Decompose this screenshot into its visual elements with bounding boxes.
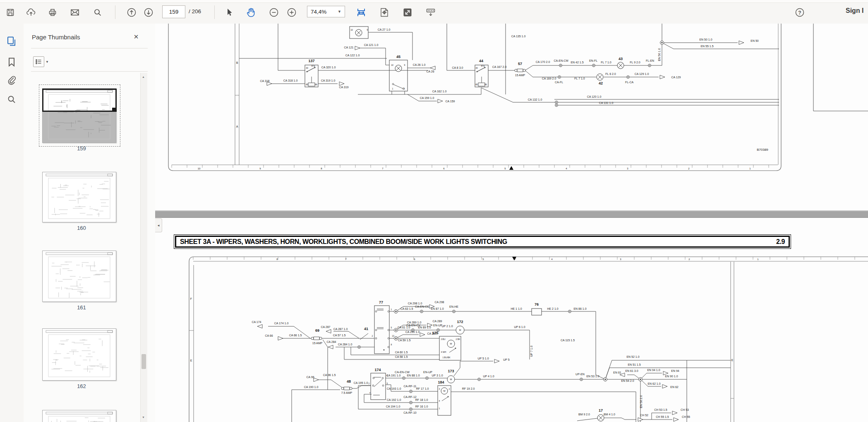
svg-text:69: 69	[315, 328, 319, 333]
scroll-up-arrow[interactable]: ▲	[142, 75, 145, 78]
page-viewport-indicator[interactable]	[42, 89, 117, 112]
svg-text:EN 56 1.0: EN 56 1.0	[658, 48, 661, 61]
svg-text:CA 8 3.0: CA 8 3.0	[452, 66, 463, 69]
attachments-pane-icon[interactable]	[5, 74, 18, 87]
thumbnail-page-image[interactable]	[42, 328, 116, 381]
thumbnail-page-partial[interactable]	[24, 410, 139, 422]
scrollbar-thumb[interactable]	[141, 354, 146, 369]
svg-text:57: 57	[518, 62, 522, 66]
svg-text:76: 76	[535, 302, 539, 306]
svg-text:5: 5	[404, 87, 405, 90]
fit-page-button[interactable]	[377, 6, 391, 19]
svg-text:RF 19 2.0: RF 19 2.0	[462, 387, 475, 390]
next-page-button[interactable]	[141, 6, 156, 19]
svg-text:FL-CA: FL-CA	[625, 81, 634, 84]
previous-page-button[interactable]	[125, 6, 139, 19]
svg-text:15 AMP: 15 AMP	[515, 74, 525, 77]
close-panel-button[interactable]: ✕	[131, 32, 141, 42]
thumbnail-page-image[interactable]	[42, 172, 116, 222]
collapse-panel-button[interactable]: ◂	[155, 218, 162, 232]
thumbnail-page-number[interactable]: 160	[24, 225, 139, 231]
svg-text:CA 192 1.0: CA 192 1.0	[387, 398, 401, 401]
svg-text:CA 159: CA 159	[446, 100, 455, 103]
zoom-level-dropdown[interactable]: 74,4%▼	[307, 6, 345, 17]
scroll-down-arrow[interactable]: ▼	[142, 416, 145, 419]
svg-text:BM 4 1.0: BM 4 1.0	[604, 413, 615, 416]
svg-text:CA 320 1.0: CA 320 1.0	[321, 66, 336, 69]
svg-text:CA 60 1.5: CA 60 1.5	[395, 351, 408, 354]
wiring-diagram: 109876543211374544574342CA 27 1.0CA 121C…	[155, 24, 868, 422]
upload-cloud-button[interactable]	[24, 6, 38, 19]
help-button[interactable]: ?	[793, 6, 807, 19]
fullscreen-button[interactable]	[400, 6, 415, 19]
svg-text:EN 42 1.5: EN 42 1.5	[571, 61, 583, 64]
svg-text:CA-RF-12: CA-RF-12	[403, 395, 417, 398]
thumbnail-page-image[interactable]	[42, 88, 116, 143]
panel-scrollbar[interactable]: ▲ ▼	[140, 73, 147, 422]
svg-text:137: 137	[308, 59, 314, 63]
svg-text:CA 26: CA 26	[426, 70, 434, 73]
svg-text:CH 53: CH 53	[681, 408, 689, 411]
thumbnail-page-number[interactable]: 162	[24, 383, 139, 389]
svg-text:RF 18 1.0: RF 18 1.0	[415, 398, 428, 401]
email-button[interactable]	[68, 6, 82, 19]
document-canvas[interactable]: 109876543211374544574342CA 27 1.0CA 121C…	[155, 24, 868, 422]
svg-text:HE 1 1.0: HE 1 1.0	[511, 307, 522, 310]
divider	[31, 48, 148, 48]
svg-text:UP-EN: UP-EN	[575, 373, 585, 376]
sign-in-button[interactable]: Sign I	[846, 7, 864, 14]
svg-text:EN 61 3.0: EN 61 3.0	[625, 369, 638, 372]
svg-text:RF 16 1.0: RF 16 1.0	[415, 405, 428, 408]
thumbnail-page-159[interactable]: 159	[24, 88, 139, 159]
svg-text:CA 135 1.0: CA 135 1.0	[511, 35, 526, 38]
zoom-in-button[interactable]	[285, 6, 299, 19]
svg-text:CA 298 1.0: CA 298 1.0	[408, 302, 422, 305]
svg-text:1: 1	[439, 407, 440, 410]
bookmarks-pane-icon[interactable]	[5, 56, 18, 68]
page-thumbnails-pane-icon[interactable]	[5, 35, 18, 48]
viewport-resize-handle[interactable]	[112, 108, 116, 112]
hand-tool-button[interactable]	[244, 6, 258, 19]
svg-text:EN-UP: EN-UP	[433, 324, 442, 327]
page-number-value[interactable]: 159	[169, 9, 179, 15]
svg-text:2: 2	[688, 258, 690, 260]
thumbnail-page-161[interactable]: 161	[24, 251, 139, 318]
thumbnail-page-number[interactable]: 161	[24, 304, 139, 311]
svg-text:10: 10	[198, 167, 201, 170]
zoom-out-button[interactable]	[267, 6, 281, 19]
sheet-2-7-diagram: 109876543211374544574342CA 27 1.0CA 121C…	[168, 24, 868, 171]
print-button[interactable]	[46, 6, 60, 19]
thumbnail-page-image[interactable]	[42, 410, 116, 422]
svg-text:CA 159 1.0: CA 159 1.0	[420, 96, 434, 99]
svg-text:7: 7	[382, 167, 384, 170]
select-tool-button[interactable]	[222, 6, 236, 19]
svg-text:CA-EN-CW: CA-EN-CW	[395, 371, 410, 374]
toolbar-separator	[115, 5, 115, 19]
svg-text:CA 96 1.5: CA 96 1.5	[323, 374, 336, 376]
page-number-input[interactable]: 159	[162, 5, 185, 18]
thumbnail-page-number[interactable]: 159	[24, 145, 139, 152]
svg-text:RF 17 1.0: RF 17 1.0	[416, 387, 429, 390]
svg-text:3: 3	[620, 258, 621, 260]
svg-text:1: 1	[749, 167, 751, 170]
toolbar-collapse-button[interactable]	[424, 6, 438, 19]
search-pane-icon[interactable]	[5, 93, 18, 106]
thumbnail-page-162[interactable]: 162	[24, 328, 139, 396]
svg-text:CA-RF-10: CA-RF-10	[403, 411, 417, 414]
navigation-pane-strip	[0, 24, 24, 422]
page-total-label: / 206	[189, 8, 201, 14]
svg-text:2: 2	[372, 335, 373, 337]
svg-text:CA 96: CA 96	[306, 376, 314, 379]
svg-text:184: 184	[438, 380, 444, 384]
thumbnail-options-button[interactable]: ▼	[33, 56, 50, 67]
svg-text:CA 195 1.0: CA 195 1.0	[354, 381, 368, 384]
thumbnail-page-160[interactable]: 160	[24, 172, 139, 238]
thumbnail-page-image[interactable]	[42, 251, 116, 302]
sheet-page-ref: 2.9	[776, 238, 785, 246]
scrolling-mode-button[interactable]	[354, 6, 368, 19]
svg-text:3 BU: 3 BU	[441, 338, 446, 340]
search-button[interactable]	[91, 6, 105, 19]
svg-text:EN 51 1.5: EN 51 1.5	[628, 363, 640, 366]
save-button[interactable]	[3, 6, 17, 19]
svg-text:CA 289: CA 289	[433, 320, 442, 323]
